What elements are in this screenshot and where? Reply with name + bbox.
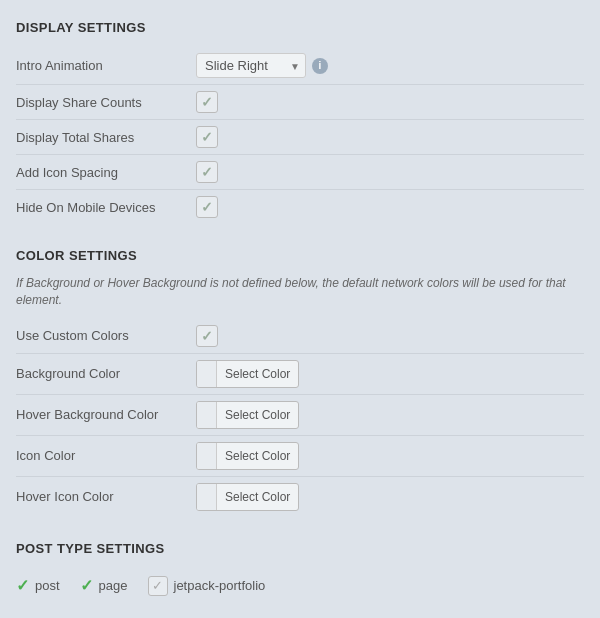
hover-background-color-control[interactable]: Select Color [196, 401, 299, 429]
setting-row-hover-icon-color: Hover Icon Color Select Color [16, 477, 584, 517]
display-settings-section: DISPLAY SETTINGS Intro Animation Slide R… [16, 20, 584, 224]
display-share-counts-label: Display Share Counts [16, 95, 196, 110]
post-type-settings-title: POST TYPE SETTINGS [16, 541, 584, 556]
hover-background-color-swatch [197, 402, 217, 428]
hide-mobile-control[interactable] [196, 196, 218, 218]
intro-animation-control: Slide Right Slide Left Fade None ▼ i [196, 53, 328, 78]
post-type-item-post: ✓ post [16, 576, 60, 595]
page-green-check-icon: ✓ [80, 576, 93, 595]
setting-row-hide-mobile: Hide On Mobile Devices [16, 190, 584, 224]
color-settings-section: COLOR SETTINGS If Background or Hover Ba… [16, 248, 584, 517]
hover-background-color-button-label: Select Color [217, 404, 298, 426]
hover-icon-color-button-label: Select Color [217, 486, 298, 508]
display-share-counts-checkbox[interactable] [196, 91, 218, 113]
background-color-button-label: Select Color [217, 363, 298, 385]
background-color-label: Background Color [16, 366, 196, 381]
setting-row-display-total-shares: Display Total Shares [16, 120, 584, 155]
hover-background-color-label: Hover Background Color [16, 407, 196, 422]
post-type-item-page: ✓ page [80, 576, 128, 595]
use-custom-colors-label: Use Custom Colors [16, 328, 196, 343]
display-total-shares-control[interactable] [196, 126, 218, 148]
setting-row-add-icon-spacing: Add Icon Spacing [16, 155, 584, 190]
post-green-check-icon: ✓ [16, 576, 29, 595]
intro-animation-select[interactable]: Slide Right Slide Left Fade None [196, 53, 306, 78]
hide-mobile-label: Hide On Mobile Devices [16, 200, 196, 215]
setting-row-use-custom-colors: Use Custom Colors [16, 319, 584, 354]
post-type-settings-section: POST TYPE SETTINGS ✓ post ✓ page jetpack… [16, 541, 584, 604]
hover-icon-color-button[interactable]: Select Color [196, 483, 299, 511]
post-type-item-jetpack: jetpack-portfolio [148, 576, 266, 596]
setting-row-hover-background-color: Hover Background Color Select Color [16, 395, 584, 436]
use-custom-colors-control[interactable] [196, 325, 218, 347]
color-settings-note: If Background or Hover Background is not… [16, 275, 584, 309]
background-color-button[interactable]: Select Color [196, 360, 299, 388]
display-total-shares-label: Display Total Shares [16, 130, 196, 145]
hover-background-color-button[interactable]: Select Color [196, 401, 299, 429]
background-color-swatch [197, 361, 217, 387]
hover-icon-color-control[interactable]: Select Color [196, 483, 299, 511]
hide-mobile-checkbox[interactable] [196, 196, 218, 218]
intro-animation-label: Intro Animation [16, 58, 196, 73]
hover-icon-color-label: Hover Icon Color [16, 489, 196, 504]
post-type-label-jetpack: jetpack-portfolio [174, 578, 266, 593]
add-icon-spacing-label: Add Icon Spacing [16, 165, 196, 180]
setting-row-display-share-counts: Display Share Counts [16, 85, 584, 120]
hover-icon-color-swatch [197, 484, 217, 510]
post-type-row: ✓ post ✓ page jetpack-portfolio [16, 568, 584, 604]
setting-row-background-color: Background Color Select Color [16, 354, 584, 395]
icon-color-button[interactable]: Select Color [196, 442, 299, 470]
display-total-shares-checkbox[interactable] [196, 126, 218, 148]
icon-color-label: Icon Color [16, 448, 196, 463]
icon-color-button-label: Select Color [217, 445, 298, 467]
display-share-counts-control[interactable] [196, 91, 218, 113]
display-settings-title: DISPLAY SETTINGS [16, 20, 584, 35]
add-icon-spacing-checkbox[interactable] [196, 161, 218, 183]
post-type-label-page: page [99, 578, 128, 593]
color-settings-title: COLOR SETTINGS [16, 248, 584, 263]
add-icon-spacing-control[interactable] [196, 161, 218, 183]
setting-row-icon-color: Icon Color Select Color [16, 436, 584, 477]
background-color-control[interactable]: Select Color [196, 360, 299, 388]
icon-color-swatch [197, 443, 217, 469]
icon-color-control[interactable]: Select Color [196, 442, 299, 470]
intro-animation-select-wrap[interactable]: Slide Right Slide Left Fade None ▼ [196, 53, 306, 78]
use-custom-colors-checkbox[interactable] [196, 325, 218, 347]
setting-row-intro-animation: Intro Animation Slide Right Slide Left F… [16, 47, 584, 85]
info-icon[interactable]: i [312, 58, 328, 74]
post-type-label-post: post [35, 578, 60, 593]
jetpack-gray-check-icon [148, 576, 168, 596]
